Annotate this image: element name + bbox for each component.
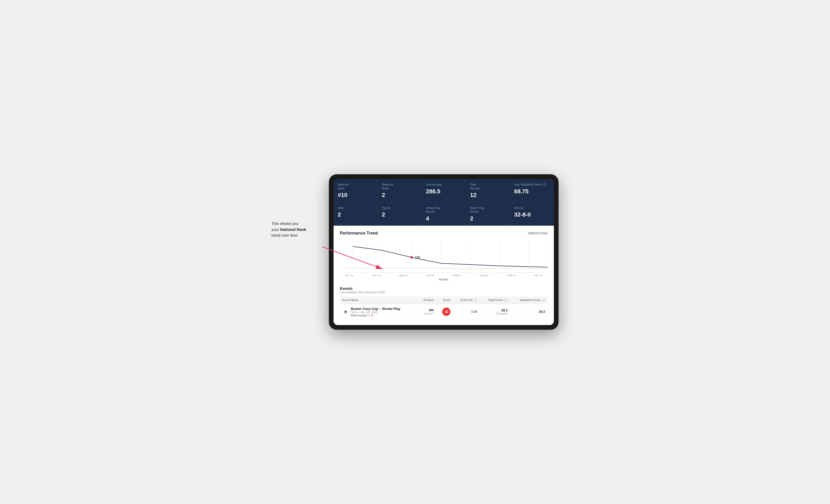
event-weighted-points: 28.3	[510, 304, 548, 320]
stat-national-rank-label: NationalRank	[338, 182, 373, 190]
stat-stroke-play-events: Stroke PlayEvents 4	[422, 202, 466, 226]
chart-svg: #10	[340, 239, 548, 272]
score-badge: -22	[442, 308, 450, 316]
stat-stroke-play-value: 4	[426, 215, 461, 222]
stats-row-1: NationalRank #10 RegionalRank 2 Scoring …	[333, 179, 554, 202]
stat-stroke-play-label: Stroke PlayEvents	[426, 206, 461, 214]
stat-scoring-avg: Scoring Avg. 286.5	[422, 179, 466, 202]
annotation-bold: National Rank	[280, 227, 306, 232]
chart-x-label-dec23: DEC 23	[400, 274, 408, 277]
chart-x-label-nov23: NOV 23	[372, 274, 381, 277]
event-score: -22	[437, 304, 453, 320]
chart-data-point	[410, 256, 413, 259]
performance-trend-label: National Rank	[528, 231, 548, 235]
stats-row-2: Wins 2 Top 3s 2 Stroke PlayEvents 4 Matc…	[333, 202, 554, 226]
info-icon-avg-weighted: i	[543, 183, 546, 186]
info-icon-total-points: i	[504, 299, 507, 302]
event-sg: 0.45	[453, 304, 480, 320]
stat-regional-rank-label: RegionalRank	[382, 182, 417, 190]
performance-trend-header: Performance Trend National Rank	[340, 231, 548, 236]
col-weighted-points: Weighted Points i	[510, 296, 548, 304]
stat-avg-weighted-points-label: Avg. Weighted Points i	[514, 182, 550, 186]
stat-scoring-avg-value: 286.5	[426, 188, 461, 195]
annotation: This shows you your National Rank trend …	[272, 221, 324, 238]
stat-wins-label: Wins	[338, 206, 373, 210]
info-icon-event-sg: i	[474, 299, 477, 302]
stat-match-play-value: 2	[470, 215, 506, 222]
col-position: Position	[417, 296, 437, 304]
annotation-text2: your	[272, 227, 280, 232]
scene: This shows you your National Rank trend …	[272, 174, 558, 330]
events-table: Event Name Position Score Event SG i Tot…	[340, 296, 548, 320]
col-total-points: Total Points i	[480, 296, 510, 304]
stat-national-rank: NationalRank #10	[333, 179, 377, 202]
chart-x-label-feb24: FEB 24	[453, 274, 461, 277]
event-date: Oct 9 – Oct 10, 2023	[351, 311, 401, 314]
tablet-screen: NationalRank #10 RegionalRank 2 Scoring …	[333, 179, 554, 325]
stat-match-play-events: Match PlayEvents 2	[466, 202, 510, 226]
event-position: 6th out of 7	[417, 304, 437, 320]
col-event-sg: Event SG i	[453, 296, 480, 304]
table-row: Buster Cozy Cup – Stroke Play Oct 9 – Oc…	[340, 304, 548, 320]
stat-regional-rank-value: 2	[382, 192, 417, 199]
stat-top3s-label: Top 3s	[382, 206, 417, 210]
events-subtitle: Last updated: 24th November 2023	[340, 291, 548, 294]
col-score: Score	[437, 296, 453, 304]
stat-avg-weighted-points-value: 68.75	[514, 188, 550, 195]
stat-record-value: 32-8-0	[514, 211, 550, 218]
col-event-name: Event Name	[340, 296, 417, 304]
stat-record: Record 32-8-0	[510, 202, 554, 226]
stat-wins: Wins 2	[333, 202, 377, 226]
events-title: Events	[340, 286, 548, 291]
event-name: Buster Cozy Cup – Stroke Play	[351, 307, 401, 311]
event-icon	[343, 309, 349, 315]
stat-total-rounds-label: TotalRounds	[470, 182, 506, 190]
annotation-text3: trend over time	[272, 233, 297, 237]
chart-x-label-apr24: APR 24	[507, 274, 515, 277]
stat-scoring-avg-label: Scoring Avg.	[426, 182, 461, 186]
chart-x-labels: OCT 23 NOV 23 DEC 23 JAN 24 FEB 24 MAR 2…	[340, 274, 548, 277]
stat-top3s: Top 3s 2	[378, 202, 421, 226]
stat-national-rank-value: #10	[338, 192, 373, 199]
stat-wins-value: 2	[338, 211, 373, 218]
tablet: NationalRank #10 RegionalRank 2 Scoring …	[329, 174, 558, 330]
annotation-text1: This shows you	[272, 221, 298, 226]
chart-container: #10	[340, 239, 548, 273]
stat-record-label: Record	[514, 206, 550, 210]
stat-total-rounds-value: 12	[470, 192, 506, 199]
info-icon-weighted-points: i	[542, 299, 545, 302]
performance-trend-title: Performance Trend	[340, 231, 378, 236]
stat-regional-rank: RegionalRank 2	[378, 179, 421, 202]
content-area: Performance Trend National Rank	[333, 226, 554, 325]
events-table-header-row: Event Name Position Score Event SG i Tot…	[340, 296, 548, 304]
rank-impact: Rank Impact: 3 ▼	[351, 314, 401, 317]
stat-avg-weighted-points: Avg. Weighted Points i 68.75	[510, 179, 554, 202]
stat-total-rounds: TotalRounds 12	[466, 179, 510, 202]
chart-x-label-may24: MAY 24	[534, 274, 542, 277]
event-total-points: 28.3 3 Rounds	[480, 304, 510, 320]
chart-x-label-mar24: MAR 24	[480, 274, 488, 277]
chart-x-axis-title: Months	[340, 278, 548, 281]
stat-match-play-label: Match PlayEvents	[470, 206, 506, 214]
chart-data-label: #10	[415, 256, 420, 259]
stat-top3s-value: 2	[382, 211, 417, 218]
event-name-cell: Buster Cozy Cup – Stroke Play Oct 9 – Oc…	[340, 304, 417, 320]
chart-x-label-oct23: OCT 23	[345, 274, 353, 277]
chart-x-label-jan24: JAN 24	[426, 274, 434, 277]
rank-impact-arrow: ▼	[371, 314, 374, 317]
events-section: Events Last updated: 24th November 2023 …	[340, 286, 548, 320]
